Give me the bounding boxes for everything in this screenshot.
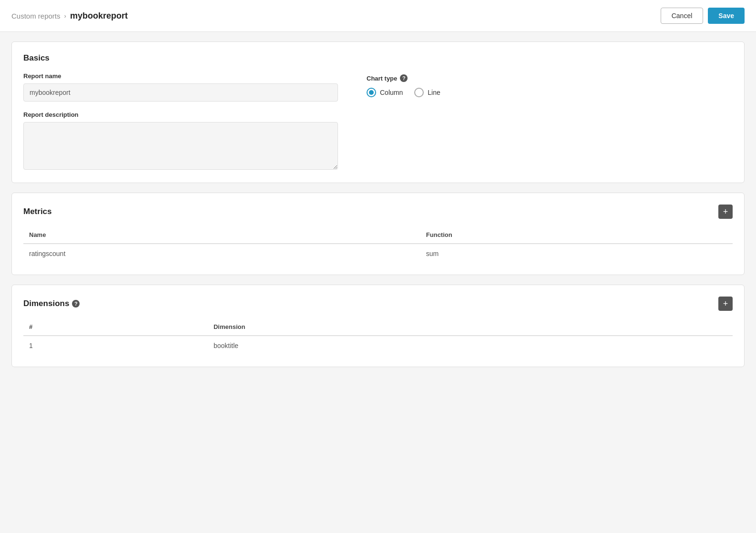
table-row: ratingscount sum: [23, 244, 733, 263]
radio-column-label: Column: [380, 89, 403, 96]
save-button[interactable]: Save: [708, 8, 745, 24]
basics-title: Basics: [23, 53, 733, 63]
basics-body: Report name Report description Chart typ…: [23, 72, 733, 171]
metrics-col-name: Name: [23, 226, 420, 244]
metrics-table-header-row: Name Function: [23, 226, 733, 244]
page-content: Basics Report name Report description Ch…: [0, 32, 756, 377]
dimensions-col-number: #: [23, 318, 208, 336]
report-description-input[interactable]: [23, 122, 338, 170]
radio-option-line[interactable]: Line: [414, 88, 440, 97]
radio-line-label: Line: [428, 89, 440, 96]
dimensions-table: # Dimension 1 booktitle: [23, 318, 733, 355]
breadcrumb-separator: ›: [64, 12, 66, 20]
breadcrumb-link[interactable]: Custom reports: [11, 12, 61, 20]
page-header: Custom reports › mybookreport Cancel Sav…: [0, 0, 756, 32]
dimensions-card: Dimensions ? + # Dimension 1 booktitle: [11, 285, 745, 367]
chart-type-label: Chart type: [367, 75, 397, 82]
chart-type-label-row: Chart type ?: [367, 74, 733, 82]
metric-function: sum: [420, 244, 733, 263]
add-metric-button[interactable]: +: [718, 205, 733, 219]
breadcrumb: Custom reports › mybookreport: [11, 11, 128, 21]
dimensions-table-header-row: # Dimension: [23, 318, 733, 336]
dimensions-title: Dimensions: [23, 299, 69, 308]
dimensions-table-body: 1 booktitle: [23, 336, 733, 355]
radio-column-indicator[interactable]: [367, 88, 376, 97]
metrics-title: Metrics: [23, 207, 52, 216]
report-description-label: Report description: [23, 111, 338, 118]
breadcrumb-current: mybookreport: [70, 11, 128, 21]
metric-name: ratingscount: [23, 244, 420, 263]
basics-left: Report name Report description: [23, 72, 338, 171]
radio-line-indicator[interactable]: [414, 88, 424, 97]
basics-card: Basics Report name Report description Ch…: [11, 41, 745, 183]
report-name-input[interactable]: [23, 83, 338, 102]
radio-option-column[interactable]: Column: [367, 88, 403, 97]
chart-type-radio-group: Column Line: [367, 88, 733, 97]
metrics-table-body: ratingscount sum: [23, 244, 733, 263]
dimension-value: booktitle: [208, 336, 733, 355]
dimensions-help-icon[interactable]: ?: [72, 300, 80, 308]
dimensions-title-row: Dimensions ?: [23, 299, 80, 308]
dimensions-header: Dimensions ? +: [23, 297, 733, 311]
add-dimension-button[interactable]: +: [718, 297, 733, 311]
cancel-button[interactable]: Cancel: [661, 8, 704, 24]
metrics-table: Name Function ratingscount sum: [23, 226, 733, 263]
metrics-col-function: Function: [420, 226, 733, 244]
metrics-card: Metrics + Name Function ratingscount sum: [11, 193, 745, 275]
dimension-number: 1: [23, 336, 208, 355]
basics-right: Chart type ? Column Line: [367, 72, 733, 171]
header-actions: Cancel Save: [661, 8, 745, 24]
metrics-header: Metrics +: [23, 205, 733, 219]
table-row: 1 booktitle: [23, 336, 733, 355]
dimensions-col-dimension: Dimension: [208, 318, 733, 336]
chart-type-help-icon[interactable]: ?: [400, 74, 408, 82]
report-name-label: Report name: [23, 72, 338, 80]
report-description-section: Report description: [23, 111, 338, 171]
chart-type-section: Chart type ? Column Line: [367, 74, 733, 97]
